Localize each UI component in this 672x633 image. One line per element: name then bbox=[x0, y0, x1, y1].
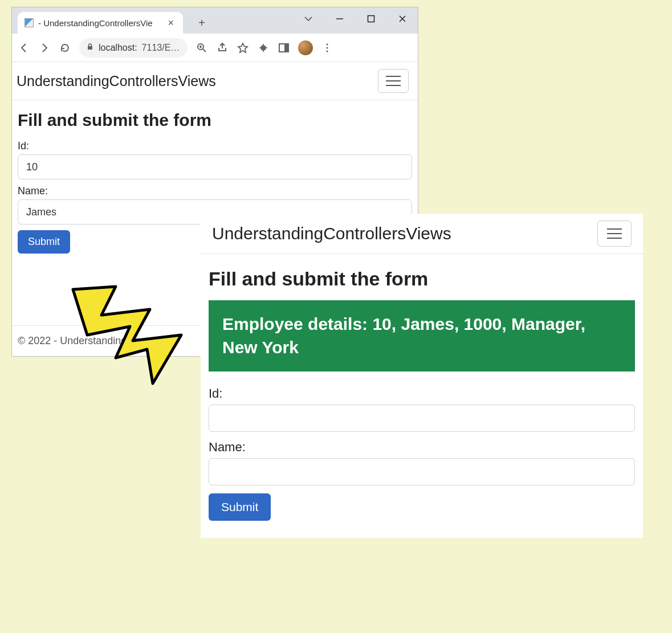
svg-line-4 bbox=[203, 49, 206, 52]
submit-button[interactable]: Submit bbox=[209, 493, 271, 521]
url-field[interactable]: localhost:7113/E… bbox=[79, 38, 188, 58]
site-navbar: UnderstandingControllersViews bbox=[201, 214, 643, 254]
zoom-icon[interactable] bbox=[196, 42, 208, 54]
profile-avatar[interactable] bbox=[298, 40, 313, 55]
brand-text[interactable]: UnderstandingControllersViews bbox=[17, 73, 216, 89]
url-host: localhost: bbox=[99, 43, 137, 53]
close-window-button[interactable] bbox=[386, 7, 418, 30]
hamburger-icon bbox=[386, 80, 401, 81]
id-input[interactable] bbox=[18, 154, 412, 179]
sidepanel-icon[interactable] bbox=[278, 42, 290, 54]
submit-button[interactable]: Submit bbox=[18, 230, 70, 254]
name-label: Name: bbox=[209, 440, 635, 455]
back-button[interactable] bbox=[18, 42, 30, 54]
id-label: Id: bbox=[18, 140, 412, 152]
name-label: Name: bbox=[18, 185, 412, 197]
forward-button[interactable] bbox=[38, 42, 51, 54]
name-input[interactable] bbox=[209, 458, 635, 485]
kebab-menu-icon[interactable] bbox=[321, 42, 333, 54]
svg-point-9 bbox=[326, 43, 328, 45]
svg-rect-1 bbox=[368, 16, 374, 22]
svg-rect-2 bbox=[88, 46, 92, 50]
url-path: 7113/E… bbox=[142, 43, 180, 53]
bookmark-icon[interactable] bbox=[237, 42, 249, 54]
hamburger-icon bbox=[607, 233, 622, 234]
extensions-icon[interactable] bbox=[257, 42, 270, 54]
chevron-down-icon[interactable] bbox=[292, 7, 324, 30]
maximize-button[interactable] bbox=[355, 7, 386, 30]
address-bar: localhost:7113/E… bbox=[12, 34, 418, 62]
share-icon[interactable] bbox=[216, 42, 229, 54]
minimize-button[interactable] bbox=[324, 7, 355, 30]
window-controls bbox=[292, 7, 418, 30]
hamburger-button[interactable] bbox=[597, 220, 632, 247]
reload-button[interactable] bbox=[59, 42, 71, 54]
tab-title: - UnderstandingControllersVie bbox=[38, 18, 161, 28]
result-panel: UnderstandingControllersViews Fill and s… bbox=[201, 214, 643, 538]
form-heading: Fill and submit the form bbox=[18, 111, 412, 130]
close-tab-icon[interactable]: × bbox=[165, 17, 176, 29]
browser-tab[interactable]: - UnderstandingControllersVie × bbox=[18, 12, 183, 34]
site-navbar: UnderstandingControllersViews bbox=[12, 62, 418, 100]
svg-point-10 bbox=[326, 47, 328, 48]
svg-point-11 bbox=[326, 50, 328, 52]
favicon-icon bbox=[25, 18, 34, 27]
lock-icon bbox=[86, 43, 94, 52]
form-heading: Fill and submit the form bbox=[209, 268, 635, 290]
hamburger-button[interactable] bbox=[378, 69, 409, 93]
brand-text[interactable]: UnderstandingControllersViews bbox=[212, 224, 451, 243]
form-section: Fill and submit the form Employee detail… bbox=[201, 254, 643, 538]
id-label: Id: bbox=[209, 386, 635, 401]
tab-strip: - UnderstandingControllersVie × + bbox=[12, 7, 418, 34]
svg-rect-8 bbox=[284, 44, 288, 52]
result-alert: Employee details: 10, James, 1000, Manag… bbox=[209, 300, 635, 371]
new-tab-button[interactable]: + bbox=[193, 14, 210, 31]
id-input[interactable] bbox=[209, 405, 635, 432]
